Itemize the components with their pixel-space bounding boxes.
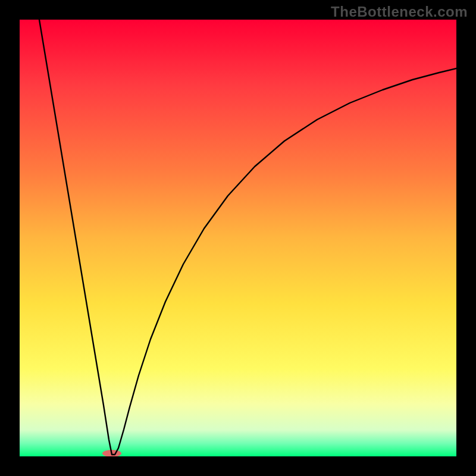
chart-frame: TheBottleneck.com [0,0,476,476]
plot-area [20,20,456,456]
chart-svg [20,20,456,456]
gradient-background [20,20,456,456]
watermark-text: TheBottleneck.com [331,4,468,20]
